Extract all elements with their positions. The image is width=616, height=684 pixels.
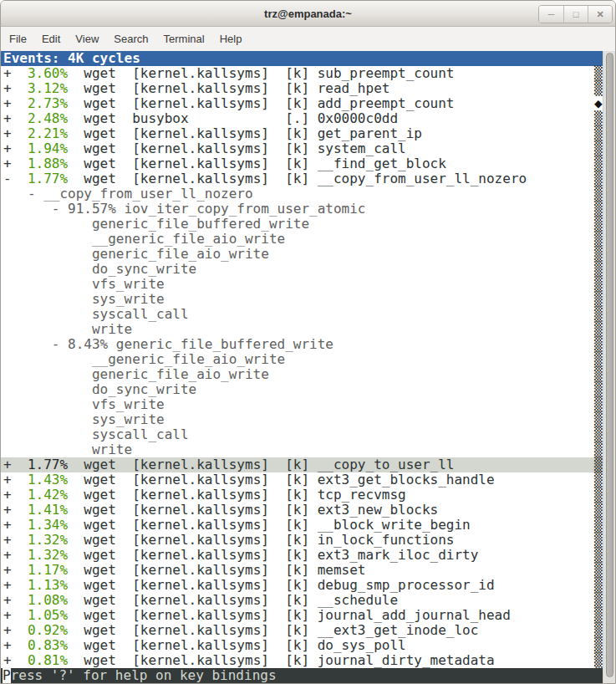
perf-entry-row[interactable]: + 0.83% wget [kernel.kallsyms] [k] do_sy… <box>1 638 603 653</box>
perf-entry-row[interactable]: + 3.12% wget [kernel.kallsyms] [k] read_… <box>1 81 603 96</box>
perf-callchain-row: sys_write▒ <box>1 412 603 427</box>
tui-scrollbar-shade-icon: ▒ <box>594 442 603 457</box>
overhead-percent: 0.81% <box>28 652 68 668</box>
perf-entry-row[interactable]: + 0.92% wget [kernel.kallsyms] [k] __ext… <box>1 623 603 638</box>
expand-toggle: + <box>3 577 28 593</box>
tui-scrollbar-shade-icon: ▒ <box>594 202 603 217</box>
overhead-percent: 2.73% <box>28 95 68 111</box>
tui-scrollbar-shade-icon: ▒ <box>594 367 603 382</box>
menu-edit[interactable]: Edit <box>34 27 68 51</box>
expand-toggle: - <box>3 171 28 186</box>
window-controls: ─ □ ✕ <box>538 5 613 23</box>
overhead-percent: 1.94% <box>28 140 68 156</box>
tui-scrollbar-shade-icon: ▒ <box>594 126 603 141</box>
overhead-percent: 1.43% <box>28 472 68 487</box>
expand-toggle: + <box>3 637 28 653</box>
perf-callchain-row: generic_file_buffered_write▒ <box>1 217 603 232</box>
expand-toggle: + <box>3 125 28 141</box>
menu-view[interactable]: View <box>68 27 106 51</box>
expand-toggle: + <box>3 110 28 126</box>
tui-scrollbar-shade-icon: ▒ <box>594 623 603 638</box>
tui-scrollbar-shade-icon: ▒ <box>594 292 603 307</box>
perf-callchain-row: - 8.43% generic_file_buffered_write▒ <box>1 337 603 352</box>
perf-entry-row[interactable]: + 3.60% wget [kernel.kallsyms] [k] sub_p… <box>1 66 603 81</box>
window-title: trz@empanada:~ <box>264 8 352 20</box>
tui-scrollbar-shade-icon: ▒ <box>594 247 603 262</box>
tui-scrollbar-shade-icon: ▒ <box>594 186 603 202</box>
perf-entry-row[interactable]: + 0.81% wget [kernel.kallsyms] [k] journ… <box>1 653 603 668</box>
entry-text: wget [kernel.kallsyms] [k] __find_get_bl… <box>68 156 446 171</box>
perf-entry-row[interactable]: + 1.43% wget [kernel.kallsyms] [k] ext3_… <box>1 472 603 487</box>
perf-entry-row[interactable]: + 1.88% wget [kernel.kallsyms] [k] __fin… <box>1 156 603 171</box>
perf-callchain-row: write▒ <box>1 322 603 337</box>
titlebar[interactable]: trz@empanada:~ ─ □ ✕ <box>1 1 615 27</box>
overhead-percent: 1.08% <box>28 592 68 608</box>
perf-entry-row[interactable]: + 2.48% wget busybox [.] 0x0000c0dd▒ <box>1 111 603 126</box>
callchain-text: do_sync_write <box>3 261 196 277</box>
close-button[interactable]: ✕ <box>588 6 612 23</box>
expand-toggle: + <box>3 622 28 638</box>
maximize-button[interactable]: □ <box>563 6 588 23</box>
perf-entry-row[interactable]: + 1.17% wget [kernel.kallsyms] [k] memse… <box>1 563 603 578</box>
tui-scrollbar-shade-icon: ▒ <box>594 171 603 186</box>
tui-scrollbar-shade-icon: ▒ <box>594 593 603 608</box>
scrollbar-thumb[interactable] <box>606 53 613 677</box>
entry-text: wget [kernel.kallsyms] [k] __copy_from_u… <box>68 171 527 186</box>
entry-text: wget [kernel.kallsyms] [k] system_call <box>68 140 406 156</box>
perf-entry-row[interactable]: + 1.94% wget [kernel.kallsyms] [k] syste… <box>1 141 603 156</box>
terminal-screen[interactable]: Events: 4K cycles + 3.60% wget [kernel.k… <box>1 51 615 683</box>
expand-toggle: + <box>3 532 28 548</box>
menu-search[interactable]: Search <box>106 27 155 51</box>
perf-entry-row[interactable]: + 1.32% wget [kernel.kallsyms] [k] ext3_… <box>1 548 603 563</box>
perf-entry-row[interactable]: + 1.13% wget [kernel.kallsyms] [k] debug… <box>1 578 603 593</box>
entry-text: wget [kernel.kallsyms] [k] journal_dirty… <box>68 652 495 668</box>
status-text: ress '?' for help on key bindings <box>11 667 277 683</box>
overhead-percent: 1.77% <box>28 171 68 186</box>
callchain-text: - __copy_from_user_ll_nozero <box>3 186 253 202</box>
tui-scrollbar-shade-icon: ▒ <box>594 608 603 623</box>
expand-toggle: + <box>3 80 28 96</box>
callchain-text: generic_file_buffered_write <box>3 216 309 232</box>
overhead-percent: 1.17% <box>28 562 68 578</box>
perf-entry-row[interactable]: + 1.08% wget [kernel.kallsyms] [k] __sch… <box>1 593 603 608</box>
tui-scrollbar-shade-icon: ▒ <box>594 397 603 412</box>
callchain-text: sys_write <box>3 291 165 307</box>
perf-entry-row[interactable]: + 1.32% wget [kernel.kallsyms] [k] in_lo… <box>1 533 603 548</box>
perf-entry-row[interactable]: + 1.05% wget [kernel.kallsyms] [k] journ… <box>1 608 603 623</box>
minimize-button[interactable]: ─ <box>539 6 563 23</box>
menu-terminal[interactable]: Terminal <box>156 27 212 51</box>
tui-scrollbar-shade-icon: ▒ <box>594 337 603 352</box>
tui-scrollbar-shade-icon: ▒ <box>594 382 603 397</box>
perf-entry-row[interactable]: + 1.42% wget [kernel.kallsyms] [k] tcp_r… <box>1 487 603 503</box>
overhead-percent: 1.41% <box>28 502 68 518</box>
callchain-text: __generic_file_aio_write <box>3 351 285 367</box>
entry-text: wget [kernel.kallsyms] [k] __ext3_get_in… <box>68 622 478 638</box>
perf-entry-row[interactable]: + 1.41% wget [kernel.kallsyms] [k] ext3_… <box>1 503 603 518</box>
perf-entry-row[interactable]: + 2.21% wget [kernel.kallsyms] [k] get_p… <box>1 126 603 141</box>
perf-callchain-row: - 91.57% iov_iter_copy_from_user_atomic▒ <box>1 202 603 217</box>
perf-entry-row[interactable]: - 1.77% wget [kernel.kallsyms] [k] __cop… <box>1 171 603 186</box>
perf-callchain-row: vfs_write▒ <box>1 277 603 292</box>
expand-toggle: + <box>3 592 28 608</box>
expand-toggle: + <box>3 65 28 81</box>
overhead-percent: 3.12% <box>28 80 68 96</box>
perf-entry-row[interactable]: + 1.77% wget [kernel.kallsyms] [k] __cop… <box>1 457 603 472</box>
expand-toggle: + <box>3 140 28 156</box>
perf-callchain-row: sys_write▒ <box>1 292 603 307</box>
perf-callchain-row: do_sync_write▒ <box>1 382 603 397</box>
perf-entry-row[interactable]: + 1.34% wget [kernel.kallsyms] [k] __blo… <box>1 518 603 533</box>
perf-callchain-row: syscall_call▒ <box>1 307 603 322</box>
expand-toggle: + <box>3 156 28 171</box>
entry-text: wget [kernel.kallsyms] [k] ext3_get_bloc… <box>68 472 495 487</box>
menu-file[interactable]: File <box>2 27 34 51</box>
expand-toggle: + <box>3 502 28 518</box>
scrollbar-track[interactable] <box>603 51 615 683</box>
perf-entry-row[interactable]: + 2.73% wget [kernel.kallsyms] [k] add_p… <box>1 96 603 111</box>
menu-help[interactable]: Help <box>212 27 250 51</box>
entry-text: wget [kernel.kallsyms] [k] debug_smp_pro… <box>68 577 495 593</box>
entry-text: wget [kernel.kallsyms] [k] sub_preempt_c… <box>68 65 454 81</box>
callchain-text: syscall_call <box>3 426 189 442</box>
expand-toggle: + <box>3 517 28 533</box>
overhead-percent: 1.32% <box>28 547 68 563</box>
entry-text: wget [kernel.kallsyms] [k] __block_write… <box>68 517 471 533</box>
